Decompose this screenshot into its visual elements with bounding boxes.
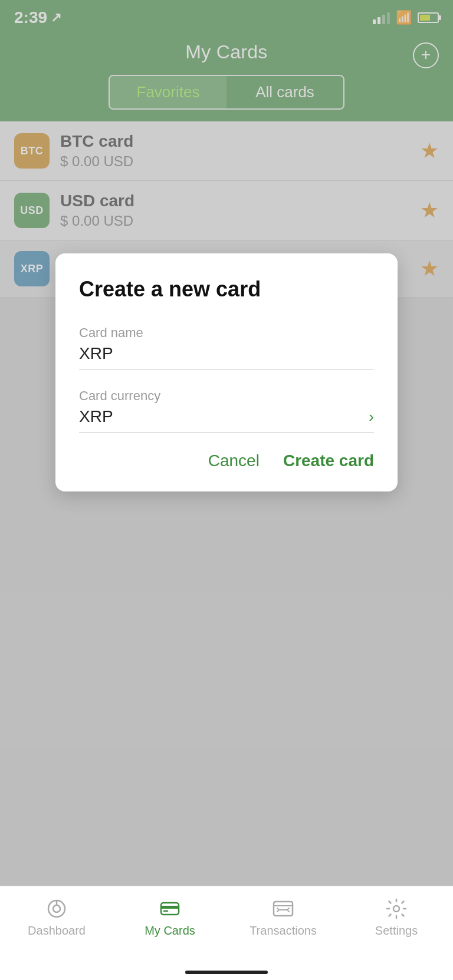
nav-item-settings[interactable]: Settings [340, 897, 453, 938]
card-name-value[interactable]: XRP [79, 344, 113, 363]
create-card-modal: Create a new card Card name XRP Card cur… [55, 253, 398, 491]
transactions-label: Transactions [250, 924, 317, 938]
card-currency-value: XRP [79, 407, 113, 426]
mycards-label: My Cards [145, 924, 195, 938]
dashboard-label: Dashboard [28, 924, 86, 938]
svg-point-1 [53, 905, 60, 912]
modal-actions: Cancel Create card [79, 451, 374, 470]
nav-item-transactions[interactable]: Transactions [226, 897, 340, 938]
bottom-navigation: Dashboard My Cards Transactions Settings [0, 886, 453, 980]
card-currency-label: Card currency [79, 388, 374, 404]
home-indicator [185, 971, 268, 974]
svg-point-9 [393, 906, 399, 912]
svg-rect-6 [274, 902, 293, 916]
svg-rect-4 [161, 906, 179, 909]
card-name-field: Card name XRP [79, 325, 374, 369]
transactions-icon [271, 897, 295, 920]
settings-icon [385, 897, 408, 920]
chevron-right-icon: › [369, 408, 374, 426]
settings-label: Settings [375, 924, 418, 938]
nav-item-mycards[interactable]: My Cards [113, 897, 226, 938]
nav-item-dashboard[interactable]: Dashboard [0, 897, 113, 938]
modal-title: Create a new card [79, 277, 374, 302]
dashboard-icon [45, 897, 68, 920]
card-currency-row[interactable]: XRP › [79, 407, 374, 433]
card-currency-field: Card currency XRP › [79, 388, 374, 433]
card-name-row: XRP [79, 344, 374, 369]
cancel-button[interactable]: Cancel [208, 451, 260, 470]
mycards-icon [158, 897, 182, 920]
card-name-label: Card name [79, 325, 374, 341]
create-card-button[interactable]: Create card [283, 451, 374, 470]
